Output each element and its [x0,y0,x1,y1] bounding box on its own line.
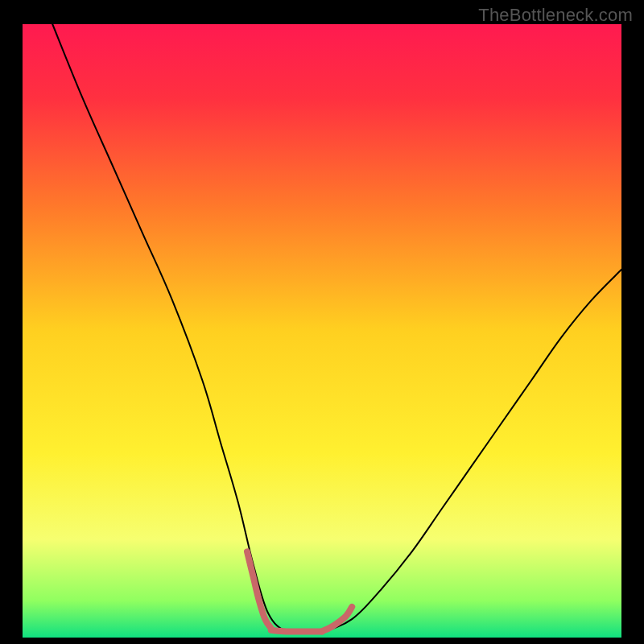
bottleneck-chart [0,0,644,644]
plot-area [23,24,621,638]
chart-container: TheBottleneck.com [0,0,644,644]
series-highlight-bottom [271,630,322,632]
watermark-text: TheBottleneck.com [478,5,633,26]
